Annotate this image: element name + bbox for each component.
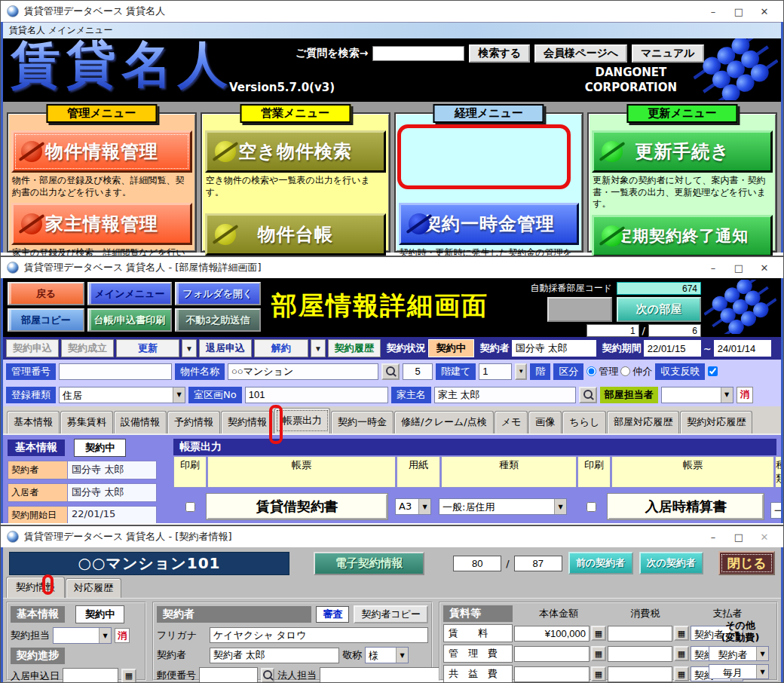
renew-dropdown-icon[interactable]: ▼ (182, 339, 197, 357)
record-total-field[interactable] (514, 556, 562, 571)
tab-listing-rent[interactable]: 募集賃料 (60, 411, 113, 433)
tax-input[interactable] (608, 626, 672, 642)
maximize-icon[interactable]: □ (726, 531, 752, 543)
room-copy-button[interactable]: 部屋コピー (8, 308, 84, 332)
tab-basic-info[interactable]: 基本情報 (7, 411, 60, 433)
page-current-field[interactable] (586, 324, 639, 337)
fixed-term-end-notice-button[interactable]: 定期契約終了通知 (592, 215, 773, 256)
calc-grid-icon[interactable]: ▦ (674, 646, 689, 661)
member-page-button[interactable]: 会員様ページへ (534, 44, 627, 63)
contractor-copy-button[interactable]: 契約者コピー (354, 605, 428, 623)
room-staff-select[interactable]: ▼ (661, 387, 733, 403)
amount-input[interactable] (514, 666, 590, 682)
lease-contract-doc-button[interactable]: 賃貸借契約書 (207, 494, 387, 519)
amount-input[interactable] (514, 646, 590, 662)
owner-name-input[interactable] (434, 387, 576, 403)
close-button[interactable]: 閉じる (718, 551, 775, 575)
doc-type-select[interactable]: 一般用▼ (770, 502, 781, 519)
honorific-select[interactable]: 様▼ (365, 647, 409, 663)
tab-lump-sum[interactable]: 契約一時金 (331, 411, 394, 433)
tab-contract-info[interactable]: 契約情報 (6, 577, 65, 598)
property-ledger-button[interactable]: 物件台帳 (205, 213, 386, 256)
calc-grid-icon[interactable]: ▦ (674, 626, 689, 641)
paper-size-select[interactable]: A3▼ (395, 498, 431, 515)
floor-dropdown-icon[interactable]: ▼ (515, 363, 527, 380)
back-button[interactable]: 戻る (8, 282, 84, 305)
tab-flyer[interactable]: ちらし (562, 411, 606, 433)
contract-establish-button[interactable]: 契約成立 (61, 339, 114, 357)
tax-input[interactable] (608, 646, 672, 662)
renewal-procedure-button[interactable]: 更新手続き (592, 130, 773, 173)
tab-equipment[interactable]: 設備情報 (114, 411, 167, 433)
contract-history-button[interactable]: 契約履歴 (328, 339, 381, 357)
cancel-dropdown-icon[interactable]: ▼ (311, 339, 326, 357)
renew-button[interactable]: 更新 (116, 339, 179, 357)
page-total-field[interactable] (648, 324, 701, 337)
floor-input[interactable] (479, 363, 512, 380)
movein-settlement-doc-button[interactable]: 入居時精算書 (608, 494, 764, 519)
amount-input[interactable] (514, 626, 590, 642)
property-info-button[interactable]: 物件情報管理 (11, 130, 192, 173)
tab-report-output[interactable]: 帳票出力 (274, 408, 330, 433)
cancel-contract-button[interactable]: 解約 (254, 339, 308, 357)
doc-type-select[interactable]: 一般:居住用▼ (439, 498, 567, 515)
tab-response-history[interactable]: 対応履歴 (66, 578, 121, 598)
close-icon[interactable]: ✕ (752, 6, 777, 17)
vacancy-search-button[interactable]: 空き物件検索 (205, 130, 386, 173)
contract-apply-button[interactable]: 契約申込 (6, 339, 59, 357)
contractor-field[interactable] (512, 340, 596, 357)
property-name-input[interactable] (228, 363, 378, 380)
contractor-name-input[interactable] (210, 648, 339, 663)
zip-input[interactable] (199, 667, 258, 683)
search-button[interactable]: 検索する (469, 44, 530, 63)
owner-info-button[interactable]: 家主情報管理 (11, 203, 192, 245)
tax-input[interactable] (608, 666, 672, 682)
calc-grid-icon[interactable]: ▦ (591, 666, 606, 681)
tab-memo[interactable]: メモ (495, 411, 528, 433)
question-search-input[interactable] (372, 46, 464, 61)
review-button[interactable]: 審査 (316, 606, 349, 623)
tab-repair-claim[interactable]: 修繕/クレーム/点検 (394, 411, 494, 433)
minimize-icon[interactable]: – (700, 531, 726, 543)
close-icon[interactable]: ✕ (752, 262, 777, 274)
mgmt-number-input[interactable] (59, 363, 172, 380)
main-menu-button[interactable]: メインメニュー (87, 282, 172, 305)
contract-lump-sum-button[interactable]: 契約一時金管理 (399, 203, 580, 245)
calc-grid-icon[interactable]: ▦ (674, 666, 689, 681)
print-checkbox[interactable] (185, 502, 195, 512)
tab-contract-history[interactable]: 契約対応履歴 (680, 411, 752, 433)
maximize-icon[interactable]: □ (726, 6, 752, 17)
other-payer-select[interactable]: 契約者▼ (709, 646, 769, 661)
next-room-button[interactable]: 次の部屋 (617, 297, 701, 322)
blank-button[interactable] (547, 297, 612, 322)
kana-input[interactable] (210, 627, 428, 643)
minimize-icon[interactable]: – (700, 262, 726, 274)
next-contractor-button[interactable]: 次の契約者 (639, 552, 704, 574)
maximize-icon[interactable]: □ (726, 262, 752, 274)
prev-contractor-button[interactable]: 前の契約者 (568, 552, 633, 574)
movein-apply-date-input[interactable] (63, 668, 118, 683)
close-icon[interactable]: ✕ (752, 531, 777, 543)
calc-grid-icon[interactable]: ▦ (591, 626, 606, 641)
balance-reflect-checkbox[interactable] (708, 366, 718, 376)
period-to-field[interactable] (714, 340, 771, 357)
staff-clear-button[interactable]: 消 (115, 628, 130, 643)
owner-search-button[interactable] (579, 387, 597, 403)
calc-grid-icon[interactable]: ▦ (591, 646, 606, 661)
open-folder-button[interactable]: フォルダを開く (175, 282, 261, 305)
property-search-button[interactable] (381, 363, 400, 380)
minimize-icon[interactable]: – (700, 6, 726, 17)
register-type-select[interactable]: 住居▼ (59, 387, 185, 403)
tab-contract-info[interactable]: 契約情報 (221, 411, 274, 433)
room-no-input[interactable] (245, 387, 388, 403)
period-from-field[interactable] (644, 340, 701, 357)
floors-input[interactable] (403, 363, 433, 380)
moveout-apply-button[interactable]: 退居申込 (199, 339, 252, 357)
manage-radio[interactable] (586, 366, 596, 376)
contract-staff-select[interactable]: ▼ (53, 627, 112, 644)
e-contract-button[interactable]: 電子契約情報 (314, 552, 424, 575)
print-checkbox[interactable] (586, 502, 596, 512)
staff-clear-button[interactable]: 消 (737, 387, 753, 403)
fudo-send-button[interactable]: 不動3之助送信 (175, 308, 261, 332)
tab-room-history[interactable]: 部屋対応履歴 (607, 411, 679, 433)
